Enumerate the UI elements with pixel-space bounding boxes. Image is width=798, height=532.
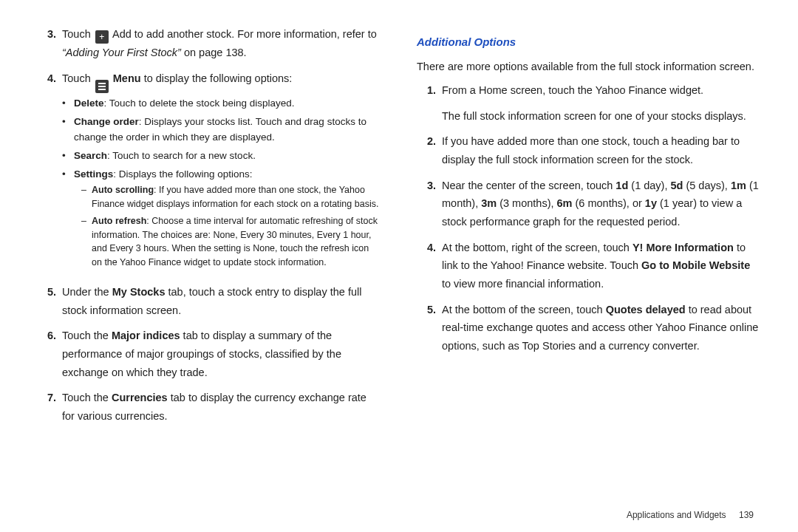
bullet-body: Delete: Touch to delete the stock being … <box>74 96 381 112</box>
dash-mark: – <box>81 214 92 270</box>
list-body: Touch + Add to add another stock. For mo… <box>62 25 381 62</box>
bullet-item: •Change order: Displays your stocks list… <box>62 115 381 146</box>
list-item: 1.From a Home screen, touch the Yahoo Fi… <box>417 81 761 125</box>
page: 3.Touch + Add to add another stock. For … <box>0 0 798 532</box>
section-heading: Additional Options <box>417 33 761 52</box>
list-body: Touch Menu to display the following opti… <box>62 69 381 276</box>
footer: Applications and Widgets 139 <box>627 510 754 520</box>
list-number: 1. <box>417 81 442 125</box>
bullet-item: •Delete: Touch to delete the stock being… <box>62 96 381 112</box>
list-body: From a Home screen, touch the Yahoo Fina… <box>442 81 761 125</box>
list-item: 4.At the bottom, right of the screen, to… <box>417 239 761 293</box>
bullet-dot: • <box>62 149 74 164</box>
footer-section: Applications and Widgets <box>627 510 726 520</box>
menu-icon <box>95 80 109 93</box>
bullet-dot: • <box>62 115 74 146</box>
bullet-dot: • <box>62 96 74 112</box>
left-column: 3.Touch + Add to add another stock. For … <box>37 25 399 517</box>
list-item: 6.Touch the Major indices tab to display… <box>37 327 381 381</box>
list-number: 3. <box>37 25 62 62</box>
bullet-list: •Delete: Touch to delete the stock being… <box>62 96 381 273</box>
bullet-item: •Settings: Displays the following option… <box>62 167 381 273</box>
footer-page: 139 <box>739 510 754 520</box>
dash-item: –Auto refresh: Choose a time interval fo… <box>81 214 381 270</box>
list-number: 7. <box>37 389 62 425</box>
list-body: Touch the Major indices tab to display a… <box>62 327 381 381</box>
bullet-body: Search: Touch to search for a new stock. <box>74 149 381 164</box>
list-body: Near the center of the screen, touch 1d … <box>442 177 761 231</box>
bullet-body: Change order: Displays your stocks list.… <box>74 115 381 146</box>
list-item: 5.Under the My Stocks tab, touch a stock… <box>37 283 381 319</box>
list-item: 4.Touch Menu to display the following op… <box>37 69 381 276</box>
list-item: 2.If you have added more than one stock,… <box>417 132 761 168</box>
list-item: 7.Touch the Currencies tab to display th… <box>37 389 381 425</box>
list-item: 3.Touch + Add to add another stock. For … <box>37 25 381 62</box>
dash-body: Auto refresh: Choose a time interval for… <box>92 214 381 270</box>
section-intro: There are more options available from th… <box>417 58 761 76</box>
list-body: Touch the Currencies tab to display the … <box>62 389 381 425</box>
list-body: If you have added more than one stock, t… <box>442 132 761 168</box>
list-item: 5.At the bottom of the screen, touch Quo… <box>417 301 761 355</box>
list-number: 6. <box>37 327 62 381</box>
list-body: At the bottom of the screen, touch Quote… <box>442 301 761 355</box>
list-number: 4. <box>417 239 442 293</box>
dash-list: –Auto scrolling: If you have added more … <box>74 183 381 270</box>
dash-item: –Auto scrolling: If you have added more … <box>81 183 381 211</box>
list-number: 5. <box>37 283 62 319</box>
list-number: 5. <box>417 301 442 355</box>
list-body: At the bottom, right of the screen, touc… <box>442 239 761 293</box>
bullet-item: •Search: Touch to search for a new stock… <box>62 149 381 164</box>
bullet-body: Settings: Displays the following options… <box>74 167 381 273</box>
bullet-dot: • <box>62 167 74 273</box>
list-item: 3.Near the center of the screen, touch 1… <box>417 177 761 231</box>
plus-icon: + <box>95 30 109 44</box>
list-number: 2. <box>417 132 442 168</box>
list-body: Under the My Stocks tab, touch a stock e… <box>62 283 381 319</box>
dash-mark: – <box>81 183 92 211</box>
list-number: 3. <box>417 177 442 231</box>
right-column: Additional OptionsThere are more options… <box>399 25 761 517</box>
dash-body: Auto scrolling: If you have added more t… <box>92 183 381 211</box>
list-number: 4. <box>37 69 62 276</box>
